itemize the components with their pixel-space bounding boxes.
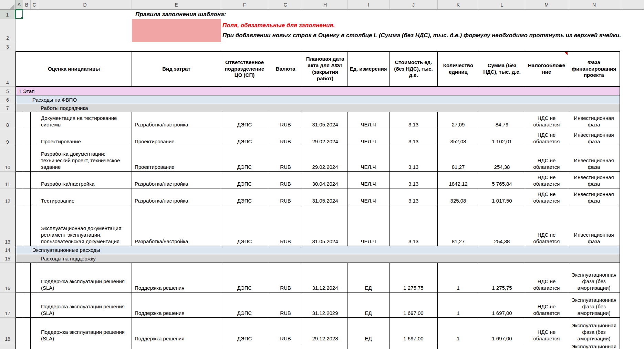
- column-header-g[interactable]: G: [268, 0, 303, 10]
- header-unit-cost[interactable]: Стоимость ед. (без НДС), тыс. д.е.: [389, 51, 438, 87]
- cell-a11[interactable]: [15, 172, 23, 188]
- cell-b13[interactable]: [23, 205, 31, 246]
- cell-m19[interactable]: [525, 343, 568, 349]
- column-header-a[interactable]: A: [15, 0, 23, 10]
- row-header-1[interactable]: 1: [0, 10, 15, 19]
- cell-b16[interactable]: [23, 263, 31, 292]
- cell-b12[interactable]: [23, 188, 31, 205]
- cell-h16-date[interactable]: 31.12.2024: [303, 263, 347, 292]
- cell-e12-cost-type[interactable]: Разработка/настройка: [132, 188, 221, 205]
- cell-d17-initiative[interactable]: Поддержка эксплуатации решения (SLA): [38, 292, 132, 318]
- required-fields-note[interactable]: Поля, обязательные для заполнения.: [222, 22, 644, 29]
- header-planned-date[interactable]: Плановая дата акта для АФЛ (закрытия раб…: [303, 51, 347, 87]
- column-header-l[interactable]: L: [479, 0, 525, 10]
- column-header-f[interactable]: F: [221, 0, 268, 10]
- cell-k13-quantity[interactable]: 81,27: [438, 205, 479, 246]
- cell-k19[interactable]: [438, 343, 479, 349]
- cell-d12-initiative[interactable]: Тестирование: [38, 188, 132, 205]
- cell-m13-tax[interactable]: НДС не облагается: [525, 205, 568, 246]
- cell-l10-amount[interactable]: 254,38: [479, 146, 525, 172]
- row-header-12[interactable]: 12: [0, 188, 15, 205]
- cell-h18-date[interactable]: 29.12.2028: [303, 318, 347, 343]
- header-amount[interactable]: Сумма (без НДС), тыс. д.е.: [479, 51, 525, 87]
- cell-e16-cost-type[interactable]: Поддержка решения: [132, 263, 221, 292]
- cell-m16-tax[interactable]: НДС не облагается: [525, 263, 568, 292]
- cell-a16[interactable]: [15, 263, 23, 292]
- cell-e10-cost-type[interactable]: Проектирование: [132, 146, 221, 172]
- cell-a12[interactable]: [15, 188, 23, 205]
- cell-i11-unit[interactable]: ЧЕЛ.Ч: [347, 172, 389, 188]
- cell-g12-currency[interactable]: RUB: [268, 188, 303, 205]
- cell-b9[interactable]: [23, 129, 31, 146]
- cell-n18-phase[interactable]: Эксплуатационная фаза (без амортизации): [568, 318, 620, 343]
- cell-n9-phase[interactable]: Инвестиционная фаза: [568, 129, 620, 146]
- row-section-fvpo[interactable]: Расходы на ФВПО: [15, 95, 620, 104]
- row-header-8[interactable]: 8: [0, 112, 15, 129]
- cell-e18-cost-type[interactable]: Поддержка решения: [132, 318, 221, 343]
- column-header-m[interactable]: M: [525, 0, 568, 10]
- cell-l17-amount[interactable]: 1 697,00: [479, 292, 525, 318]
- cell-l16-amount[interactable]: 1 275,75: [479, 263, 525, 292]
- cell-a10[interactable]: [15, 146, 23, 172]
- column-header-k[interactable]: K: [438, 0, 479, 10]
- cell-c9[interactable]: [31, 129, 38, 146]
- column-header-i[interactable]: I: [347, 0, 389, 10]
- cell-d10-initiative[interactable]: Разработка документации: технический про…: [38, 146, 132, 172]
- column-header-c[interactable]: C: [31, 0, 38, 10]
- cell-n19-phase[interactable]: Эксплуатационная: [568, 343, 620, 349]
- cell-b8[interactable]: [23, 112, 31, 129]
- cell-b11[interactable]: [23, 172, 31, 188]
- cell-f11-department[interactable]: ДЭПС: [221, 172, 268, 188]
- cell-j11-unit-cost[interactable]: 3,13: [389, 172, 438, 188]
- cell-l12-amount[interactable]: 1 017,50: [479, 188, 525, 205]
- header-phase[interactable]: Фаза финансирования проекта: [568, 51, 620, 87]
- cell-j12-unit-cost[interactable]: 3,13: [389, 188, 438, 205]
- cell-n16-phase[interactable]: Эксплуатационная фаза (без амортизации): [568, 263, 620, 292]
- cell-f10-department[interactable]: ДЭПС: [221, 146, 268, 172]
- cell-m8-tax[interactable]: НДС не облагается: [525, 112, 568, 129]
- cell-i16-unit[interactable]: ЕД: [347, 263, 389, 292]
- cell-j8-unit-cost[interactable]: 3,13: [389, 112, 438, 129]
- cell-i9-unit[interactable]: ЧЕЛ.Ч: [347, 129, 389, 146]
- row-subsection-contractor[interactable]: Работы подрядчика: [15, 104, 620, 112]
- column-header-d[interactable]: D: [38, 0, 132, 10]
- row-header-13[interactable]: 13: [0, 205, 15, 246]
- cell-k16-quantity[interactable]: 1: [438, 263, 479, 292]
- cell-b10[interactable]: [23, 146, 31, 172]
- cell-a19[interactable]: [15, 343, 23, 349]
- cell-g13-currency[interactable]: RUB: [268, 205, 303, 246]
- cell-n8-phase[interactable]: Инвестиционная фаза: [568, 112, 620, 129]
- cell-f16-department[interactable]: ДЭПС: [221, 263, 268, 292]
- header-tax[interactable]: Налогообложение: [525, 51, 568, 87]
- cell-f9-department[interactable]: ДЭПС: [221, 129, 268, 146]
- cell-i8-unit[interactable]: ЧЕЛ.Ч: [347, 112, 389, 129]
- cell-k11-quantity[interactable]: 1842,12: [438, 172, 479, 188]
- cell-d9-initiative[interactable]: Проектирование: [38, 129, 132, 146]
- row-header-18[interactable]: 18: [0, 318, 15, 343]
- column-header-n[interactable]: N: [568, 0, 620, 10]
- cell-i13-unit[interactable]: ЧЕЛ.Ч: [347, 205, 389, 246]
- cell-b19[interactable]: [23, 343, 31, 349]
- cell-i18-unit[interactable]: ЕД: [347, 318, 389, 343]
- cell-l9-amount[interactable]: 1 102,01: [479, 129, 525, 146]
- cell-a18[interactable]: [15, 318, 23, 343]
- cell-e17-cost-type[interactable]: Поддержка решения: [132, 292, 221, 318]
- cell-d19[interactable]: [38, 343, 132, 349]
- cell-i17-unit[interactable]: ЕД: [347, 292, 389, 318]
- cell-j13-unit-cost[interactable]: 3,13: [389, 205, 438, 246]
- cell-e11-cost-type[interactable]: Разработка/настройка: [132, 172, 221, 188]
- cell-h17-date[interactable]: 31.12.2029: [303, 292, 347, 318]
- header-cost-type[interactable]: Вид затрат: [132, 51, 221, 87]
- cell-e19[interactable]: [132, 343, 221, 349]
- cell-c12[interactable]: [31, 188, 38, 205]
- cell-g8-currency[interactable]: RUB: [268, 112, 303, 129]
- cell-k17-quantity[interactable]: 1: [438, 292, 479, 318]
- select-all-corner[interactable]: [0, 0, 15, 10]
- cell-c16[interactable]: [31, 263, 38, 292]
- row-header-9[interactable]: 9: [0, 129, 15, 146]
- row-header-10[interactable]: 10: [0, 146, 15, 172]
- cell-h13-date[interactable]: 31.05.2024: [303, 205, 347, 246]
- cell-k18-quantity[interactable]: 1: [438, 318, 479, 343]
- cell-d16-initiative[interactable]: Поддержка эксплуатации решения (SLA): [38, 263, 132, 292]
- cell-c13[interactable]: [31, 205, 38, 246]
